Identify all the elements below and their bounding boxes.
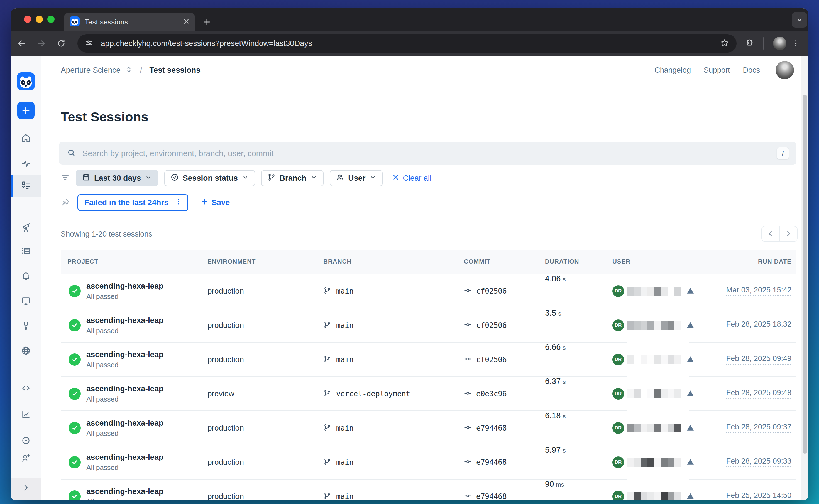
zoom-window-button[interactable] bbox=[47, 16, 55, 23]
minimize-window-button[interactable] bbox=[36, 16, 43, 23]
kebab-menu-icon[interactable] bbox=[175, 198, 182, 208]
nav-link-changelog[interactable]: Changelog bbox=[654, 66, 691, 75]
table-rows: ascending-hexa-leapAll passedproductionm… bbox=[61, 274, 796, 500]
run-date-link[interactable]: Feb 28, 2025 18:32 bbox=[726, 320, 791, 330]
project-cell[interactable]: ascending-hexa-leapAll passed bbox=[86, 308, 163, 342]
commit-cell: e794468 bbox=[464, 480, 507, 500]
clear-all-button[interactable]: Clear all bbox=[392, 174, 432, 183]
previous-page-button[interactable] bbox=[762, 226, 780, 241]
run-date-link[interactable]: Feb 25, 2025 14:50 bbox=[726, 491, 791, 500]
sidebar-item-snippets[interactable] bbox=[11, 378, 41, 400]
tab-close-icon[interactable] bbox=[183, 18, 190, 26]
reload-button[interactable] bbox=[55, 37, 68, 50]
table-row[interactable]: ascending-hexa-leapAll passedproductionm… bbox=[61, 343, 796, 377]
project-name: ascending-hexa-leap bbox=[86, 453, 163, 462]
duration-unit: s bbox=[563, 344, 566, 351]
chevrons-up-down-icon[interactable] bbox=[125, 66, 133, 75]
app-header: Aperture Science / Test sessions Changel… bbox=[41, 56, 808, 85]
bookmark-star-icon[interactable] bbox=[720, 38, 729, 49]
check-circle-icon bbox=[68, 343, 81, 376]
sidebar-item-monitors[interactable] bbox=[11, 153, 41, 175]
project-name: ascending-hexa-leap bbox=[86, 419, 163, 427]
table-row[interactable]: ascending-hexa-leapAll passedpreviewverc… bbox=[61, 377, 796, 411]
close-icon bbox=[392, 174, 399, 183]
table-row[interactable]: ascending-hexa-leapAll passedproductionm… bbox=[61, 274, 796, 308]
save-filter-button[interactable]: Save bbox=[200, 198, 230, 208]
table-row[interactable]: ascending-hexa-leapAll passedproductionm… bbox=[61, 411, 796, 445]
branch-name: main bbox=[336, 424, 354, 432]
sidebar-item-test-sessions[interactable] bbox=[11, 175, 41, 197]
site-settings-icon[interactable] bbox=[85, 38, 94, 48]
nav-link-docs[interactable]: Docs bbox=[743, 66, 760, 75]
user-avatar-badge: DR bbox=[612, 285, 624, 297]
project-cell[interactable]: ascending-hexa-leapAll passed bbox=[86, 445, 163, 479]
user-avatar[interactable] bbox=[776, 61, 794, 79]
run-date-link[interactable]: Feb 28, 2025 09:49 bbox=[726, 354, 791, 365]
nav-link-support[interactable]: Support bbox=[704, 66, 730, 75]
run-date-link[interactable]: Mar 03, 2025 15:42 bbox=[726, 286, 791, 296]
sidebar-item-home[interactable] bbox=[11, 127, 41, 150]
table-row[interactable]: ascending-hexa-leapAll passedproductionm… bbox=[61, 445, 796, 480]
sidebar-item-alerts[interactable] bbox=[11, 265, 41, 287]
run-date-link[interactable]: Feb 28, 2025 09:33 bbox=[726, 457, 791, 467]
run-date-link[interactable]: Feb 28, 2025 09:37 bbox=[726, 423, 791, 433]
sidebar-item-dashboards[interactable] bbox=[11, 290, 41, 313]
next-page-button[interactable] bbox=[780, 226, 797, 241]
triangle-icon bbox=[686, 320, 695, 330]
table-row[interactable]: ascending-hexa-leapAll passedproductionm… bbox=[61, 308, 796, 343]
scrollbar-thumb[interactable] bbox=[803, 95, 807, 454]
commit-icon bbox=[464, 389, 472, 398]
triangle-icon bbox=[686, 389, 695, 399]
close-window-button[interactable] bbox=[24, 16, 31, 23]
sidebar-item-runs[interactable] bbox=[11, 240, 41, 262]
forward-button[interactable] bbox=[35, 37, 48, 50]
sidebar-item-collapse[interactable] bbox=[11, 477, 41, 500]
redacted-user-name bbox=[627, 389, 681, 398]
redacted-user-name bbox=[627, 321, 681, 330]
filter-chip-user[interactable]: User bbox=[330, 170, 382, 186]
page-scrollbar[interactable] bbox=[801, 56, 808, 500]
clear-all-label: Clear all bbox=[403, 174, 432, 183]
column-header-user: USER bbox=[612, 250, 631, 274]
tab-search-button[interactable] bbox=[792, 12, 807, 28]
filter-chip-last-30-days[interactable]: Last 30 days bbox=[76, 170, 158, 186]
filter-chip-branch[interactable]: Branch bbox=[261, 170, 323, 186]
sidebar-item-invite-user[interactable] bbox=[11, 448, 41, 470]
sidebar-item-maintenance[interactable] bbox=[11, 315, 41, 338]
project-name: ascending-hexa-leap bbox=[86, 487, 163, 496]
project-cell[interactable]: ascending-hexa-leapAll passed bbox=[86, 480, 163, 500]
project-cell[interactable]: ascending-hexa-leapAll passed bbox=[86, 411, 163, 445]
run-date-cell: Feb 28, 2025 09:33 bbox=[726, 445, 791, 479]
sidebar-item-private-locations[interactable] bbox=[11, 340, 41, 362]
chevron-down-icon bbox=[242, 174, 249, 183]
commit-icon bbox=[464, 492, 472, 500]
project-cell[interactable]: ascending-hexa-leapAll passed bbox=[86, 343, 163, 376]
test-sessions-icon bbox=[21, 180, 31, 191]
sidebar-item-explore[interactable] bbox=[11, 217, 41, 239]
search-input[interactable]: Search by project, environment, branch, … bbox=[59, 142, 796, 165]
create-new-button[interactable] bbox=[17, 102, 35, 119]
address-bar[interactable]: app.checklyhq.com/test-sessions?presetWi… bbox=[77, 34, 737, 53]
browser-profile-avatar[interactable] bbox=[773, 37, 786, 50]
browser-menu-kebab-icon[interactable] bbox=[789, 37, 803, 50]
new-tab-button[interactable] bbox=[200, 16, 213, 28]
filter-chip-session-status[interactable]: Session status bbox=[164, 170, 255, 186]
check-circle-icon bbox=[68, 308, 81, 342]
sidebar-item-analytics[interactable] bbox=[11, 404, 41, 426]
account-switcher[interactable]: Aperture Science bbox=[61, 66, 121, 75]
project-cell[interactable]: ascending-hexa-leapAll passed bbox=[86, 274, 163, 308]
test-sessions-table: PROJECTENVIRONMENTBRANCHCOMMITDURATIONUS… bbox=[61, 250, 796, 500]
user-cell: DR bbox=[612, 411, 695, 445]
duration-value: 3.5 bbox=[545, 308, 556, 318]
save-label: Save bbox=[212, 198, 230, 207]
extensions-puzzle-icon[interactable] bbox=[742, 37, 756, 50]
user-cell: DR bbox=[612, 343, 695, 376]
run-date-cell: Feb 25, 2025 14:50 bbox=[726, 480, 791, 500]
back-button[interactable] bbox=[15, 37, 28, 50]
browser-tab[interactable]: Test sessions bbox=[64, 13, 195, 31]
project-cell[interactable]: ascending-hexa-leapAll passed bbox=[86, 377, 163, 410]
run-date-link[interactable]: Feb 28, 2025 09:48 bbox=[726, 389, 791, 399]
saved-filter-chip[interactable]: Failed in the last 24hrs bbox=[77, 194, 188, 211]
table-row[interactable]: ascending-hexa-leapAll passedproductionm… bbox=[61, 480, 796, 500]
checkly-logo[interactable] bbox=[17, 72, 35, 90]
